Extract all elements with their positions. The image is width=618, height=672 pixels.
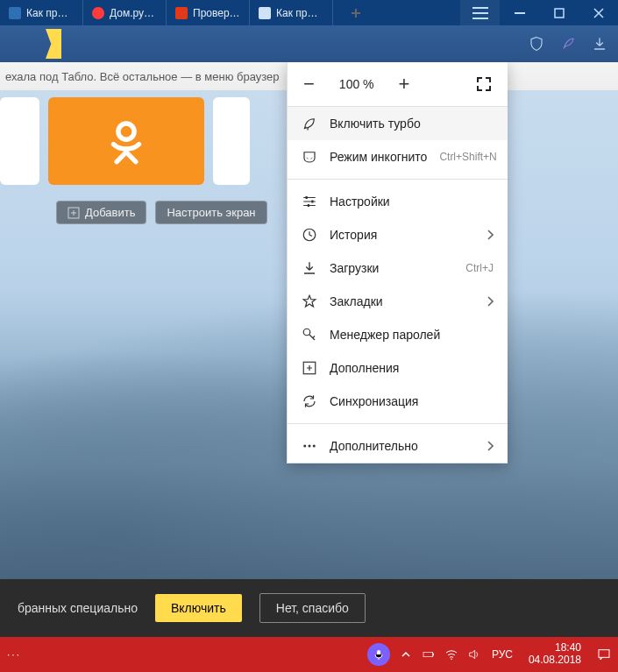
menu-label: Менеджер паролей (330, 328, 494, 342)
svg-point-12 (313, 445, 316, 448)
zoom-row: − 100 % + (288, 62, 508, 107)
menu-label: Загрузки (330, 261, 453, 275)
close-button[interactable] (579, 0, 618, 25)
zoom-out-button[interactable]: − (303, 74, 315, 94)
menu-passwords[interactable]: Менеджер паролей (288, 318, 508, 351)
tab-title: Проверить (193, 7, 240, 19)
add-tile-label: Добавить (85, 206, 135, 219)
favicon-icon (9, 7, 21, 19)
browser-menu-button[interactable] (460, 0, 500, 25)
menu-addons[interactable]: Дополнения (288, 351, 508, 385)
svg-rect-4 (306, 196, 308, 199)
menu-incognito[interactable]: Режим инкогнито Ctrl+Shift+N (288, 140, 508, 173)
add-tile-button[interactable]: Добавить (56, 201, 146, 224)
menu-more[interactable]: Дополнительно (288, 429, 508, 463)
tablo-tile[interactable] (213, 97, 250, 185)
zen-prompt-bar: бранных специально Включить Нет, спасибо (0, 579, 618, 637)
menu-shortcut: Ctrl+J (465, 262, 494, 274)
chevron-right-icon (487, 296, 494, 307)
volume-icon[interactable] (467, 647, 481, 661)
minimize-button[interactable] (500, 0, 539, 25)
menu-label: Закладки (330, 294, 474, 308)
configure-screen-button[interactable]: Настроить экран (155, 201, 266, 224)
svg-rect-17 (599, 650, 609, 658)
sliders-icon (302, 194, 317, 209)
menu-history[interactable]: История (288, 218, 508, 251)
clock[interactable]: 18:40 04.08.2018 (529, 642, 581, 667)
menu-label: Настройки (330, 195, 494, 209)
svg-rect-0 (515, 12, 525, 14)
smartline-end (46, 29, 61, 59)
svg-point-10 (303, 445, 306, 448)
dots-icon (302, 438, 317, 454)
svg-rect-6 (308, 204, 309, 207)
sync-icon (302, 393, 317, 409)
tray-expand-button[interactable] (401, 649, 411, 660)
download-icon (302, 260, 317, 276)
menu-turbo[interactable]: Включить турбо (288, 107, 508, 140)
maximize-button[interactable] (539, 0, 579, 25)
menu-settings[interactable]: Настройки (288, 185, 508, 218)
hamburger-icon (472, 7, 488, 19)
minimize-icon (515, 8, 525, 18)
prompt-text: бранных специально (18, 601, 138, 615)
history-icon (302, 227, 317, 243)
tab-1[interactable]: Дом.ру - к (83, 0, 167, 25)
svg-rect-15 (433, 654, 434, 656)
address-bar-row (0, 25, 618, 62)
rocket-icon (302, 116, 317, 131)
menu-label: Дополнительно (330, 439, 474, 453)
favicon-icon (175, 7, 188, 19)
plus-box-icon (67, 207, 80, 219)
maximize-icon (554, 8, 565, 18)
configure-screen-label: Настроить экран (167, 206, 255, 219)
system-tray (422, 647, 481, 661)
zoom-in-button[interactable]: + (399, 74, 410, 94)
fullscreen-icon (476, 76, 492, 92)
chevron-up-icon (401, 649, 411, 660)
svg-rect-14 (423, 652, 433, 656)
input-language[interactable]: РУС (492, 648, 513, 661)
svg-point-16 (451, 659, 452, 661)
odnoklassniki-icon (101, 116, 152, 166)
tab-2[interactable]: Проверить (167, 0, 250, 25)
svg-rect-1 (555, 9, 564, 18)
menu-label: Режим инкогнито (330, 150, 427, 164)
shield-icon[interactable] (529, 36, 544, 52)
chevron-right-icon (487, 441, 494, 451)
key-icon (302, 327, 317, 343)
download-icon[interactable] (592, 36, 607, 52)
tablo-tile[interactable] (0, 97, 39, 185)
battery-icon[interactable] (422, 647, 436, 661)
menu-downloads[interactable]: Загрузки Ctrl+J (288, 251, 508, 285)
taskbar-overflow[interactable]: ··· (7, 648, 21, 661)
decline-button[interactable]: Нет, спасибо (259, 593, 366, 623)
wifi-icon (92, 7, 104, 19)
tab-0[interactable]: Как провер (0, 0, 83, 25)
close-icon (593, 8, 604, 18)
tab-title: Как провер (26, 7, 74, 19)
page-content: ехала под Табло. Всё остальное — в меню … (0, 62, 618, 637)
menu-bookmarks[interactable]: Закладки (288, 285, 508, 318)
new-tab-button[interactable] (333, 0, 379, 25)
svg-point-11 (309, 445, 311, 448)
voice-assistant-button[interactable] (367, 643, 390, 666)
menu-shortcut: Ctrl+Shift+N (439, 151, 496, 163)
tab-title: Дом.ру - к (110, 7, 157, 19)
browser-menu: − 100 % + Включить турбо Режим инкогнито… (287, 62, 508, 463)
menu-label: Дополнения (330, 361, 494, 375)
enable-button[interactable]: Включить (155, 594, 242, 622)
menu-label: Включить турбо (330, 117, 494, 131)
action-center-icon[interactable] (597, 647, 611, 661)
fullscreen-button[interactable] (476, 76, 492, 92)
tablo-tile-odnoklassniki[interactable] (48, 97, 204, 185)
menu-sync[interactable]: Синхронизация (288, 385, 508, 418)
svg-point-8 (303, 329, 310, 336)
feather-icon[interactable] (560, 36, 576, 52)
favicon-icon (259, 7, 271, 19)
tab-3[interactable]: Как провер (250, 0, 333, 25)
window-controls (500, 0, 618, 25)
menu-label: История (330, 228, 474, 242)
tab-title: Как провер (276, 7, 323, 19)
wifi-icon[interactable] (444, 647, 458, 661)
